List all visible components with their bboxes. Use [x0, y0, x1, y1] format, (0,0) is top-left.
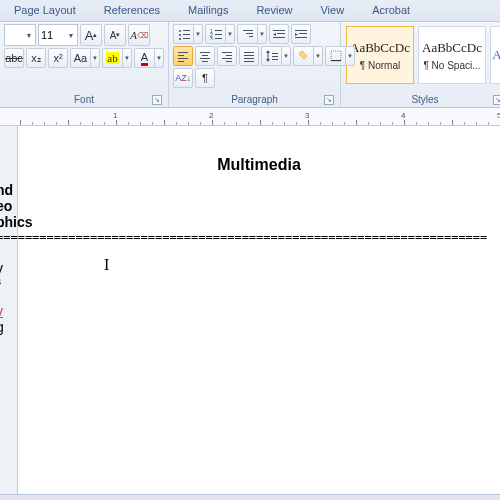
dialog-launcher-icon[interactable]: ↘: [152, 95, 162, 105]
tab-mailings[interactable]: Mailings: [174, 0, 242, 21]
tab-references[interactable]: References: [90, 0, 174, 21]
increase-indent-button[interactable]: [291, 24, 311, 44]
align-right-button[interactable]: [217, 46, 237, 66]
style-no-spacing[interactable]: AaBbCcDc ¶ No Spaci...: [418, 26, 486, 84]
svg-rect-47: [331, 60, 341, 61]
borders-button[interactable]: [325, 46, 345, 66]
svg-marker-21: [295, 33, 298, 36]
svg-rect-19: [295, 30, 307, 31]
svg-rect-24: [178, 55, 184, 56]
document-title: Multimedia: [18, 156, 500, 174]
chevron-down-icon[interactable]: ▼: [257, 24, 267, 44]
line-spacing-button[interactable]: [261, 46, 281, 66]
svg-rect-44: [272, 59, 278, 60]
svg-rect-27: [200, 52, 210, 53]
tab-acrobat[interactable]: Acrobat: [358, 0, 424, 21]
font-family-input[interactable]: [5, 29, 23, 41]
chevron-down-icon[interactable]: ▼: [193, 24, 203, 44]
chevron-down-icon[interactable]: ▼: [23, 32, 35, 39]
svg-rect-13: [246, 33, 253, 34]
paragraph-group: ▼ 123▼ ▼ ▼ ▼ ▼ AZ↓ ¶ Paragraph↘: [169, 22, 341, 107]
style-preview: AaBbCcDc: [422, 40, 482, 56]
svg-rect-3: [183, 34, 190, 35]
svg-rect-35: [244, 52, 254, 53]
document-area: Multimedia nd eo phics =================…: [0, 126, 500, 494]
subscript-button[interactable]: x₂: [26, 48, 46, 68]
chevron-down-icon[interactable]: ▼: [90, 48, 100, 68]
svg-rect-34: [226, 61, 232, 62]
show-marks-button[interactable]: ¶: [195, 68, 215, 88]
highlight-button[interactable]: ab: [102, 48, 122, 68]
document-line: v: [0, 260, 500, 276]
document-line: nd: [0, 182, 500, 198]
document-page[interactable]: Multimedia nd eo phics =================…: [18, 126, 500, 494]
align-center-button[interactable]: [195, 46, 215, 66]
svg-rect-25: [178, 58, 188, 59]
svg-rect-1: [183, 30, 190, 31]
svg-rect-28: [202, 55, 208, 56]
decrease-indent-button[interactable]: [269, 24, 289, 44]
svg-rect-5: [183, 38, 190, 39]
horizontal-ruler[interactable]: 12345: [0, 108, 500, 126]
style-more[interactable]: A: [490, 26, 500, 84]
svg-rect-43: [272, 56, 278, 57]
font-family-combo[interactable]: ▼: [4, 24, 36, 46]
svg-rect-30: [202, 61, 208, 62]
document-line: v: [0, 303, 500, 319]
multilevel-button[interactable]: [237, 24, 257, 44]
clear-format-button[interactable]: A⌫: [128, 24, 150, 46]
shading-button[interactable]: [293, 46, 313, 66]
justify-button[interactable]: [239, 46, 259, 66]
align-left-button[interactable]: [173, 46, 193, 66]
sort-button[interactable]: AZ↓: [173, 68, 193, 88]
styles-group: AaBbCcDc ¶ Normal AaBbCcDc ¶ No Spaci...…: [341, 22, 500, 107]
dialog-launcher-icon[interactable]: ↘: [324, 95, 334, 105]
numbering-button[interactable]: 123: [205, 24, 225, 44]
svg-rect-40: [267, 52, 268, 60]
document-divider: ========================================…: [0, 230, 500, 244]
font-group: ▼ ▼ A▴ A▾ A⌫ abc x₂ x² Aa▼ ab▼ A▼ Font↘: [0, 22, 169, 107]
font-size-combo[interactable]: ▼: [38, 24, 78, 46]
shrink-font-button[interactable]: A▾: [104, 24, 126, 46]
chevron-down-icon[interactable]: ▼: [345, 46, 355, 66]
tab-view[interactable]: View: [306, 0, 358, 21]
svg-rect-16: [277, 33, 285, 34]
svg-rect-11: [215, 38, 222, 39]
svg-point-0: [179, 30, 181, 32]
svg-rect-37: [244, 58, 254, 59]
font-color-button[interactable]: A: [134, 48, 154, 68]
ribbon: ▼ ▼ A▴ A▾ A⌫ abc x₂ x² Aa▼ ab▼ A▼ Font↘: [0, 22, 500, 108]
svg-rect-46: [331, 51, 341, 61]
strike-button[interactable]: abc: [4, 48, 24, 68]
chevron-down-icon[interactable]: ▼: [122, 48, 132, 68]
chevron-down-icon[interactable]: ▼: [154, 48, 164, 68]
svg-rect-14: [249, 36, 253, 37]
font-group-label: Font↘: [4, 93, 164, 107]
chevron-down-icon[interactable]: ▼: [281, 46, 291, 66]
svg-rect-38: [244, 61, 254, 62]
svg-rect-12: [243, 30, 253, 31]
chevron-down-icon[interactable]: ▼: [225, 24, 235, 44]
tab-review[interactable]: Review: [242, 0, 306, 21]
bullets-button[interactable]: [173, 24, 193, 44]
style-preview: AaBbCcDc: [350, 40, 410, 56]
chevron-down-icon[interactable]: ▼: [313, 46, 323, 66]
document-line: s: [0, 276, 500, 287]
svg-point-4: [179, 38, 181, 40]
style-name: ¶ Normal: [360, 60, 400, 71]
tab-page-layout[interactable]: Page Layout: [0, 0, 90, 21]
change-case-button[interactable]: Aa: [70, 48, 90, 68]
svg-rect-23: [178, 52, 188, 53]
svg-marker-45: [299, 51, 307, 59]
superscript-button[interactable]: x²: [48, 48, 68, 68]
font-size-input[interactable]: [39, 29, 65, 41]
svg-rect-18: [273, 37, 285, 38]
style-preview: A: [492, 47, 500, 63]
grow-font-button[interactable]: A▴: [80, 24, 102, 46]
svg-rect-32: [226, 55, 232, 56]
styles-group-label: Styles↘: [345, 93, 500, 107]
dialog-launcher-icon[interactable]: ↘: [493, 95, 500, 105]
chevron-down-icon[interactable]: ▼: [65, 32, 77, 39]
status-bar: [0, 494, 500, 500]
style-normal[interactable]: AaBbCcDc ¶ Normal: [346, 26, 414, 84]
